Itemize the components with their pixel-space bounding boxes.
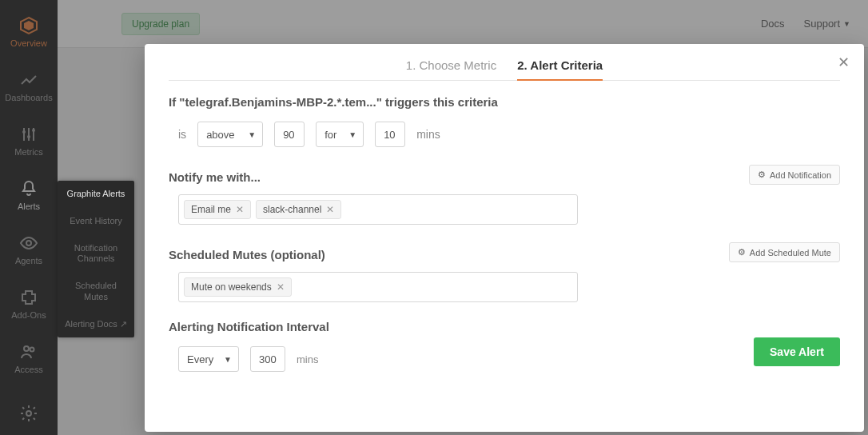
gear-icon: ⚙: [738, 247, 746, 257]
threshold-value: 90: [283, 129, 294, 141]
add-notification-label: Add Notification: [770, 170, 831, 180]
for-label: for: [325, 129, 336, 141]
remove-chip-icon[interactable]: ✕: [236, 204, 244, 215]
submenu-notification-channels[interactable]: Notification Channels: [58, 235, 134, 273]
notify-chip-slack: slack-channel ✕: [256, 200, 341, 219]
for-select[interactable]: for ▼: [316, 122, 364, 147]
notify-chip-well[interactable]: Email me ✕ slack-channel ✕: [178, 194, 578, 225]
comparator-select[interactable]: above ▼: [197, 122, 263, 147]
chip-label: slack-channel: [263, 204, 321, 215]
chevron-down-icon: ▼: [224, 355, 232, 364]
tab-choose-metric[interactable]: 1. Choose Metric: [406, 58, 496, 72]
modal-tabs: 1. Choose Metric 2. Alert Criteria: [169, 58, 840, 81]
add-mute-label: Add Scheduled Mute: [750, 248, 831, 257]
is-label: is: [178, 128, 186, 141]
interval-mode-select[interactable]: Every ▼: [178, 346, 239, 372]
mutes-heading: Scheduled Mutes (optional): [169, 248, 325, 261]
chip-label: Email me: [191, 204, 231, 215]
criteria-row: is above ▼ 90 for ▼ 10 mins: [178, 122, 840, 147]
duration-input[interactable]: 10: [375, 122, 405, 147]
trigger-heading: If "telegraf.Benjamins-MBP-2.*.tem..." t…: [169, 95, 840, 109]
notify-chip-email: Email me ✕: [184, 200, 251, 219]
add-scheduled-mute-button[interactable]: ⚙ Add Scheduled Mute: [729, 242, 840, 262]
interval-unit: mins: [297, 353, 318, 365]
notify-heading: Notify me with...: [169, 170, 261, 184]
chip-label: Mute on weekends: [191, 281, 272, 293]
remove-chip-icon[interactable]: ✕: [326, 204, 334, 215]
remove-chip-icon[interactable]: ✕: [277, 281, 285, 293]
alert-modal: ✕ 1. Choose Metric 2. Alert Criteria If …: [145, 44, 864, 432]
submenu-alerting-docs[interactable]: Alerting Docs ↗: [58, 311, 134, 338]
save-alert-button[interactable]: Save Alert: [754, 337, 840, 366]
duration-value: 10: [384, 129, 395, 141]
comparator-value: above: [206, 129, 234, 141]
interval-mode-value: Every: [187, 353, 213, 365]
add-notification-button[interactable]: ⚙ Add Notification: [749, 165, 840, 185]
tab-alert-criteria[interactable]: 2. Alert Criteria: [517, 58, 603, 72]
chevron-down-icon: ▼: [348, 130, 356, 139]
submenu-scheduled-mutes[interactable]: Scheduled Mutes: [58, 273, 134, 311]
mutes-chip-well[interactable]: Mute on weekends ✕: [178, 272, 578, 302]
mute-chip-weekends: Mute on weekends ✕: [184, 277, 292, 297]
submenu-graphite-alerts[interactable]: Graphite Alerts: [58, 181, 134, 208]
interval-heading: Alerting Notification Interval: [169, 320, 840, 333]
alerts-submenu: Graphite Alerts Event History Notificati…: [58, 181, 134, 337]
interval-value: 300: [259, 353, 277, 365]
submenu-event-history[interactable]: Event History: [58, 208, 134, 235]
duration-unit: mins: [416, 128, 440, 141]
threshold-input[interactable]: 90: [274, 122, 305, 147]
chevron-down-icon: ▼: [248, 130, 256, 139]
interval-row: Every ▼ 300 mins: [178, 346, 840, 372]
close-icon[interactable]: ✕: [838, 54, 850, 71]
gear-icon: ⚙: [758, 170, 766, 180]
interval-value-input[interactable]: 300: [250, 346, 285, 372]
